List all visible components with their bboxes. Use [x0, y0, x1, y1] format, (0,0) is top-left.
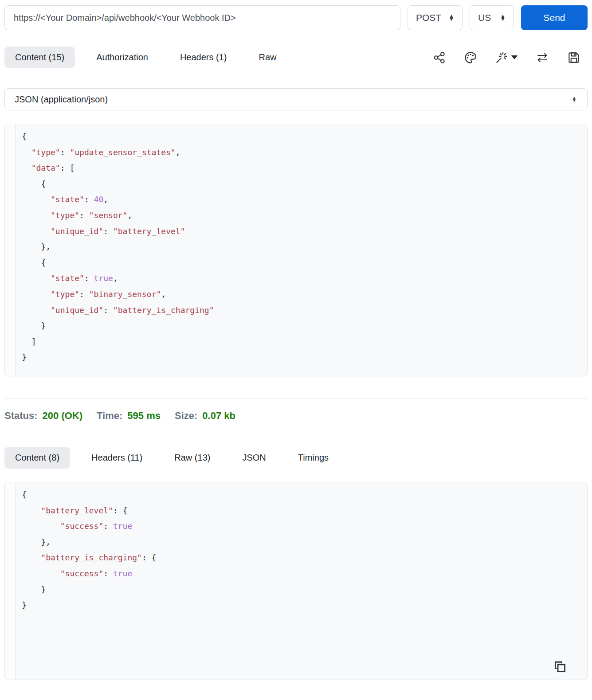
response-body-code: { "battery_level": { "success": true }, … [16, 482, 587, 680]
save-button[interactable] [567, 51, 580, 64]
editor-gutter [5, 124, 16, 376]
response-status-bar: Status: 200 (OK) Time: 595 ms Size: 0.07… [4, 410, 588, 422]
response-body-viewer: { "battery_level": { "success": true }, … [4, 482, 588, 680]
method-select-value: POST [416, 12, 441, 23]
transfer-arrows-icon [535, 51, 549, 64]
viewer-gutter [5, 482, 16, 680]
size-label: Size: [175, 410, 197, 422]
request-body-code[interactable]: { "type": "update_sensor_states", "data"… [16, 124, 587, 376]
tab-response-json[interactable]: JSON [231, 447, 276, 469]
updown-arrows-icon: ▲▼ [572, 97, 576, 102]
updown-arrows-icon: ▲▼ [500, 15, 506, 21]
tab-response-content[interactable]: Content (8) [4, 447, 70, 469]
api-client-page: POST ▲▼ US ▲▼ Send Content (15) Authoriz… [0, 0, 592, 680]
share-button[interactable] [433, 51, 446, 64]
copy-icon [553, 669, 568, 676]
tab-request-content[interactable]: Content (15) [4, 47, 75, 68]
content-type-value: JSON (application/json) [15, 94, 108, 105]
tab-request-raw[interactable]: Raw [248, 47, 287, 68]
palette-icon [464, 51, 477, 64]
theme-button[interactable] [464, 51, 477, 64]
request-tabs-row: Content (15) Authorization Headers (1) R… [4, 47, 588, 68]
tab-response-timings[interactable]: Timings [287, 447, 339, 469]
send-button[interactable]: Send [521, 5, 588, 30]
section-divider [4, 398, 588, 399]
share-icon [433, 51, 446, 64]
request-bar: POST ▲▼ US ▲▼ Send [4, 5, 588, 30]
magic-wand-icon [495, 51, 508, 64]
size-value: 0.07 kb [202, 410, 235, 422]
request-toolbar [433, 51, 588, 64]
save-icon [567, 51, 580, 64]
caret-down-icon [511, 55, 518, 59]
method-select[interactable]: POST ▲▼ [408, 5, 463, 30]
time-pair: Time: 595 ms [97, 410, 161, 422]
size-pair: Size: 0.07 kb [175, 410, 235, 422]
time-value: 595 ms [127, 410, 161, 422]
tab-response-headers[interactable]: Headers (11) [81, 447, 153, 469]
copy-response-button[interactable] [553, 659, 568, 674]
region-select[interactable]: US ▲▼ [470, 5, 514, 30]
updown-arrows-icon: ▲▼ [449, 15, 454, 21]
tab-request-authorization[interactable]: Authorization [86, 47, 159, 68]
request-tabs: Content (15) Authorization Headers (1) R… [4, 47, 287, 68]
region-select-value: US [478, 12, 491, 23]
content-type-select[interactable]: JSON (application/json) ▲▼ [4, 88, 588, 110]
status-pair: Status: 200 (OK) [4, 410, 82, 422]
status-label: Status: [4, 410, 38, 422]
generate-code-button[interactable] [495, 51, 518, 64]
status-value: 200 (OK) [43, 410, 82, 422]
response-tabs: Content (8) Headers (11) Raw (13) JSON T… [4, 447, 588, 469]
tab-response-raw[interactable]: Raw (13) [164, 447, 221, 469]
url-input[interactable] [4, 5, 400, 30]
tab-request-headers[interactable]: Headers (1) [169, 47, 238, 68]
request-body-editor[interactable]: { "type": "update_sensor_states", "data"… [4, 124, 588, 376]
transfer-button[interactable] [535, 51, 549, 64]
time-label: Time: [97, 410, 122, 422]
